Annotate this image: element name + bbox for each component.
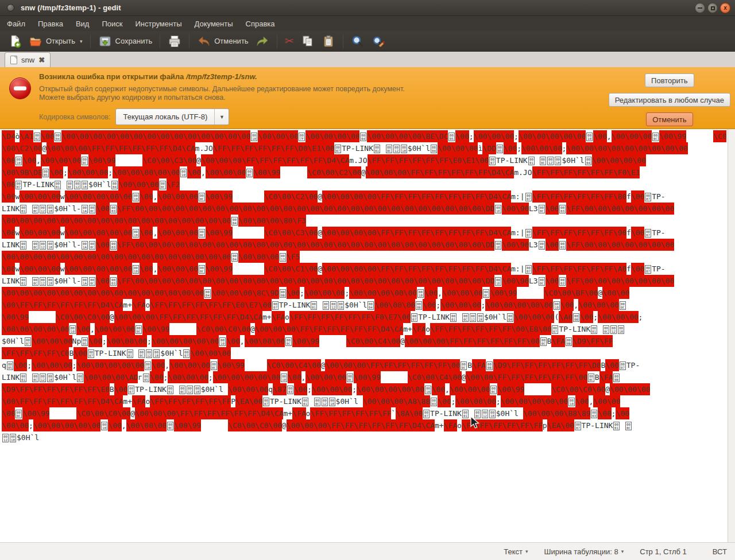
- save-button[interactable]: Сохранить: [95, 33, 156, 50]
- control-char-box: 0007: [525, 265, 532, 274]
- tab-width-dropdown[interactable]: Ширина табуляции: 8 ▾: [544, 547, 624, 556]
- error-icon: [9, 77, 31, 99]
- binary-line: LINK0001 000C00120018$0H`l-001A000C\0000…: [2, 275, 728, 287]
- control-char-box: 0010: [180, 169, 187, 177]
- control-char-box: 000C: [539, 205, 545, 213]
- menu-search[interactable]: Поиск: [100, 18, 123, 30]
- toolbar-separator: [189, 34, 189, 48]
- control-char-box: 000C: [323, 301, 329, 310]
- open-button[interactable]: Открыть ▾: [25, 33, 86, 50]
- print-button[interactable]: [164, 33, 185, 50]
- menu-edit[interactable]: Правка: [37, 18, 64, 30]
- menu-help[interactable]: Справка: [245, 18, 276, 30]
- control-char-box: 000C: [603, 325, 609, 334]
- control-char-box: 0010: [133, 229, 139, 238]
- control-char-box: 001A: [82, 277, 88, 286]
- binary-line: \00\C2\00@\00\00\00\FF\FF\FF\FF\FF\FF\D4…: [2, 142, 728, 154]
- control-char-box: 0003: [110, 277, 117, 286]
- control-char-box: 0018: [489, 410, 496, 418]
- highlight-mode-dropdown[interactable]: Текст ▾: [504, 547, 528, 556]
- control-char-box: 0010: [101, 422, 107, 430]
- control-char-box: 0012: [322, 398, 328, 406]
- control-char-box: 0010: [219, 337, 226, 346]
- toolbar-separator: [160, 34, 160, 48]
- toolbar-separator: [90, 34, 91, 48]
- insert-mode-label[interactable]: ВСТ: [713, 547, 727, 556]
- control-char-box: 0018: [47, 374, 53, 382]
- redo-button[interactable]: [252, 33, 273, 50]
- control-char-box: 000C: [67, 181, 73, 189]
- control-char-box: 000C: [539, 241, 545, 250]
- control-char-box: 001A: [82, 241, 88, 250]
- paste-button[interactable]: [318, 33, 339, 50]
- control-char-box: 000B: [486, 361, 493, 370]
- error-infobar: Возникла ошибка при открытии файла /tmp/…: [0, 67, 735, 129]
- menu-documents[interactable]: Документы: [194, 18, 234, 30]
- control-char-box: 0003: [559, 205, 566, 213]
- control-char-box: 0007: [335, 145, 341, 153]
- control-char-box: 0018: [477, 313, 483, 322]
- control-char-box: 001E: [495, 241, 501, 250]
- control-char-box: 0010: [251, 133, 257, 141]
- status-bar: Текст ▾ Ширина табуляции: 8 ▾ Стр 1, Стл…: [0, 542, 735, 560]
- encoding-selected-value: Текущая локаль (UTF-8): [116, 112, 214, 121]
- new-document-button[interactable]: [5, 33, 25, 50]
- open-icon: [29, 34, 42, 48]
- binary-line: \000007TP-LINK0001 000C00120018$0H`l0004…: [2, 178, 728, 190]
- editor-area[interactable]: \D4ò\A10002\000004\00\00\00\00\00\00\00\…: [0, 129, 735, 542]
- chevron-down-icon: ▼: [215, 114, 229, 120]
- control-char-box: 0018: [618, 325, 624, 334]
- binary-line: \00\FF\FF\FF\FF\FF\FF\D4\CAm+\FAo\FF\FF\…: [2, 395, 728, 407]
- text-content[interactable]: \D4ò\A10002\000004\00\00\00\00\00\00\00\…: [2, 130, 728, 444]
- cancel-button[interactable]: Отменить: [646, 112, 693, 126]
- binary-line: \00w\00\00\00w\00\00\00\00\000010\00,\00…: [2, 227, 728, 239]
- control-char-box: 000C: [89, 241, 95, 250]
- tab-close-icon[interactable]: ✖: [38, 56, 45, 64]
- binary-line: \00000C\00\99 \C0\00\C0\00@\00\00\00\FF\…: [2, 407, 728, 419]
- control-char-box: 0001: [613, 422, 620, 430]
- toolbar: Открыть ▾ Сохранить Отменить ✂: [0, 31, 735, 52]
- control-char-box: 000C: [539, 277, 545, 286]
- encoding-combobox[interactable]: Текущая локаль (UTF-8) ▼: [115, 108, 229, 125]
- control-char-box: 0004: [368, 301, 374, 310]
- control-char-box: 0012: [74, 181, 80, 189]
- search-icon: [351, 34, 365, 48]
- control-char-box: 0007: [645, 193, 651, 201]
- undo-button[interactable]: Отменить: [194, 33, 252, 50]
- close-button[interactable]: x: [720, 3, 730, 13]
- copy-button[interactable]: [297, 33, 318, 50]
- open-dropdown-caret-icon[interactable]: ▾: [80, 38, 83, 44]
- control-char-box: 0001: [311, 301, 317, 310]
- control-char-box: 0010: [425, 386, 431, 394]
- control-char-box: 0001: [127, 349, 133, 358]
- replace-icon: [372, 34, 385, 48]
- vertical-scrollbar[interactable]: [728, 129, 735, 542]
- search-button[interactable]: [347, 33, 368, 50]
- control-char-box: 000B: [416, 301, 422, 310]
- toolbar-separator: [343, 34, 343, 48]
- cut-button[interactable]: ✂: [281, 34, 297, 48]
- control-char-box: 0007: [645, 265, 651, 274]
- minimize-button[interactable]: [695, 3, 705, 13]
- edit-anyway-button[interactable]: Редактировать в любом случае: [609, 93, 730, 107]
- tab-label: snw: [21, 56, 34, 64]
- control-char-box: 0005: [497, 145, 503, 153]
- binary-line: q0005\00;\00\00\00;\00\00\00\00\000010\0…: [2, 359, 728, 371]
- control-char-box: 0010: [69, 325, 76, 334]
- menu-view[interactable]: Вид: [75, 18, 91, 30]
- document-icon: [10, 56, 17, 64]
- control-char-box: 000C: [461, 361, 467, 370]
- menu-tools[interactable]: Инструменты: [134, 18, 183, 30]
- control-char-box: 0012: [40, 277, 46, 286]
- tab-snw[interactable]: snw ✖: [5, 52, 51, 67]
- control-char-box: 000B: [280, 289, 286, 298]
- menu-file[interactable]: Файл: [6, 18, 26, 30]
- retry-button[interactable]: Повторить: [645, 73, 694, 87]
- maximize-button[interactable]: [707, 3, 718, 13]
- control-char-box: 0004: [360, 133, 366, 141]
- control-char-box: 0007: [183, 349, 189, 358]
- control-char-box: 0004: [55, 133, 61, 141]
- control-char-box: 0010: [133, 265, 139, 274]
- control-char-box: 0001: [55, 181, 61, 189]
- replace-button[interactable]: [368, 33, 389, 50]
